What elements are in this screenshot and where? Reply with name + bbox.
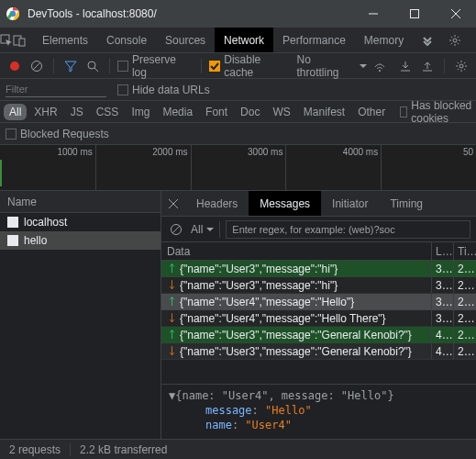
message-row[interactable]: 🡑{"name":"User3","message":"General Keno…: [161, 327, 476, 343]
preview-value: "User4": [245, 419, 292, 431]
message-data: {"name":"User3","message":"General Kenob…: [180, 345, 412, 358]
close-detail-icon[interactable]: [161, 191, 185, 216]
chip-css[interactable]: CSS: [91, 104, 125, 120]
chip-ws[interactable]: WS: [267, 104, 295, 120]
svg-point-6: [453, 39, 457, 42]
message-row[interactable]: 🡑{"name":"User4","message":"Hello"}3…2…: [161, 294, 476, 310]
network-settings-icon[interactable]: [452, 57, 470, 75]
chip-img[interactable]: Img: [126, 104, 155, 120]
preserve-log-checkbox[interactable]: Preserve log: [117, 53, 194, 79]
status-requests: 2 requests: [9, 443, 61, 456]
device-toggle-icon[interactable]: [13, 28, 26, 52]
detail-tab-timing[interactable]: Timing: [379, 191, 434, 216]
tab-sources[interactable]: Sources: [156, 28, 215, 52]
tab-elements[interactable]: Elements: [33, 28, 97, 52]
svg-point-12: [88, 62, 95, 69]
message-length: 3…: [432, 261, 454, 276]
inspect-icon[interactable]: [0, 28, 13, 52]
blocked-requests-row: Blocked Requests: [0, 123, 476, 145]
request-list-header: Name: [0, 191, 161, 213]
message-row[interactable]: 🡓{"name":"User3","message":"General Keno…: [161, 343, 476, 360]
svg-point-10: [10, 62, 19, 71]
search-icon[interactable]: [83, 57, 102, 75]
messages-scope-select[interactable]: All: [191, 223, 214, 236]
export-har-icon[interactable]: [418, 57, 437, 75]
status-bar: 2 requests 2.2 kB transferred: [0, 439, 476, 459]
detail-tab-initiator[interactable]: Initiator: [321, 191, 379, 216]
message-row[interactable]: 🡓{"name":"User3","message":"hi"}3…2…: [161, 277, 476, 294]
timeline-tick: 3000 ms: [248, 147, 282, 157]
devtools-tab-strip: Elements Console Sources Network Perform…: [0, 28, 476, 53]
message-length: 3…: [432, 310, 454, 326]
detail-tab-messages[interactable]: Messages: [249, 191, 321, 216]
chip-manifest[interactable]: Manifest: [298, 104, 350, 120]
tab-console[interactable]: Console: [97, 28, 156, 52]
message-time: 2…: [454, 261, 476, 276]
message-row[interactable]: 🡑{"name":"User3","message":"hi"}3…2…: [161, 261, 476, 277]
clear-button[interactable]: [28, 57, 46, 75]
blocked-requests-label: Blocked Requests: [20, 128, 109, 140]
network-conditions-icon[interactable]: [371, 57, 389, 75]
tab-network[interactable]: Network: [215, 28, 273, 52]
filter-toggle-icon[interactable]: [61, 57, 80, 75]
message-time: 2…: [454, 310, 476, 326]
resource-type-filter: All XHR JS CSS Img Media Font Doc WS Man…: [0, 101, 476, 123]
chip-media[interactable]: Media: [157, 104, 198, 120]
arrow-up-icon: 🡑: [167, 263, 174, 275]
tab-memory[interactable]: Memory: [355, 28, 413, 52]
request-row-hello[interactable]: hello: [0, 231, 161, 250]
message-row[interactable]: 🡓{"name":"User4","message":"Hello There"…: [161, 310, 476, 327]
messages-table-header: Data L… Ti…: [161, 242, 476, 261]
message-length: 3…: [432, 294, 454, 309]
throttling-select[interactable]: No throttling: [297, 53, 368, 79]
svg-rect-5: [19, 39, 25, 46]
tab-performance[interactable]: Performance: [273, 28, 355, 52]
chip-font[interactable]: Font: [200, 104, 233, 120]
message-data: {"name":"User4","message":"Hello There"}: [180, 312, 386, 325]
blocked-requests-checkbox[interactable]: Blocked Requests: [6, 128, 109, 140]
arrow-down-icon: 🡓: [167, 279, 174, 292]
chip-other[interactable]: Other: [352, 104, 391, 120]
clear-messages-icon[interactable]: [167, 220, 185, 239]
svg-rect-2: [410, 10, 418, 18]
request-row-localhost[interactable]: localhost: [0, 213, 161, 231]
window-title: DevTools - localhost:8080/: [28, 7, 352, 20]
message-time: 2…: [454, 343, 476, 359]
col-header-data[interactable]: Data: [161, 242, 432, 260]
tab-overflow[interactable]: [413, 28, 442, 52]
import-har-icon[interactable]: [396, 57, 415, 75]
filter-input[interactable]: [6, 82, 106, 97]
preview-header: {name: "User4", message: "Hello"}: [175, 389, 393, 402]
col-header-length[interactable]: L…: [432, 242, 454, 260]
settings-icon[interactable]: [442, 34, 468, 47]
disable-cache-checkbox[interactable]: Disable cache: [209, 53, 293, 79]
window-titlebar: DevTools - localhost:8080/: [0, 0, 476, 28]
chip-js[interactable]: JS: [65, 104, 89, 120]
minimize-button[interactable]: [352, 0, 393, 28]
waterfall-overview[interactable]: 1000 ms 2000 ms 3000 ms 4000 ms 50: [0, 145, 476, 191]
main-content: Name localhost hello Headers Messages In…: [0, 191, 476, 439]
chip-all[interactable]: All: [4, 104, 27, 120]
chip-xhr[interactable]: XHR: [28, 104, 62, 120]
maximize-button[interactable]: [393, 0, 435, 28]
timeline-tick: 1000 ms: [57, 147, 92, 157]
detail-tab-headers[interactable]: Headers: [185, 191, 249, 216]
message-time: 2…: [454, 327, 476, 342]
messages-filter-bar: All: [161, 217, 476, 242]
record-button[interactable]: [6, 57, 24, 75]
close-button[interactable]: [435, 0, 476, 28]
has-blocked-cookies-checkbox[interactable]: Has blocked cookies: [400, 99, 472, 125]
message-time: 2…: [454, 294, 476, 309]
message-data: {"name":"User3","message":"hi"}: [180, 263, 338, 275]
col-header-time[interactable]: Ti…: [454, 242, 476, 260]
message-time: 2…: [454, 277, 476, 293]
svg-point-13: [379, 70, 381, 72]
more-icon[interactable]: [468, 34, 476, 47]
chrome-icon: [6, 6, 20, 21]
timeline-tick: 50: [463, 147, 473, 157]
messages-regex-input[interactable]: [226, 220, 470, 239]
hide-data-urls-checkbox[interactable]: Hide data URLs: [117, 84, 210, 96]
timeline-tick: 4000 ms: [343, 147, 378, 157]
chip-doc[interactable]: Doc: [235, 104, 265, 120]
timeline-activity-bar: [0, 160, 2, 186]
